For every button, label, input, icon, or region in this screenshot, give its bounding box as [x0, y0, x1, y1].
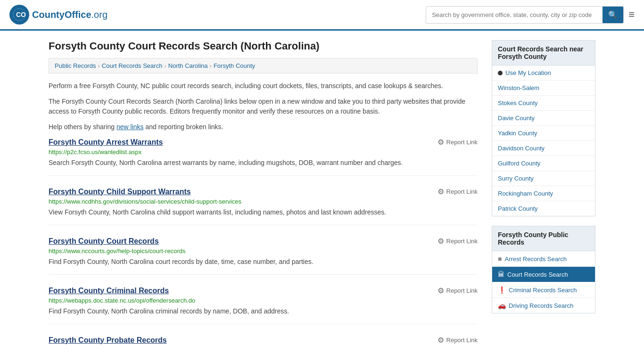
sidebar-public-records-link-2[interactable]: ❗ Criminal Records Search [492, 282, 595, 298]
logo-icon: CO [9, 5, 29, 25]
breadcrumb-sep-1: › [98, 62, 99, 69]
result-title-3[interactable]: Forsyth County Criminal Records [49, 287, 169, 295]
result-url-1[interactable]: https://www.ncdhhs.gov/divisions/social-… [49, 198, 478, 205]
report-link-2[interactable]: ⚙ Report Link [438, 237, 478, 246]
report-link-3[interactable]: ⚙ Report Link [438, 286, 478, 295]
result-title-1[interactable]: Forsyth County Child Support Warrants [49, 188, 191, 196]
report-icon-2: ⚙ [438, 237, 444, 246]
result-item: Forsyth County Court Records ⚙ Report Li… [49, 237, 478, 275]
svg-text:CO: CO [16, 11, 26, 18]
result-item: Forsyth County Child Support Warrants ⚙ … [49, 187, 478, 225]
sidebar-public-records-link-3[interactable]: 🚗 Driving Records Search [492, 298, 595, 313]
sidebar-public-records-link-1[interactable]: 🏛 Court Records Search [492, 267, 595, 282]
results-container: Forsyth County Arrest Warrants ⚙ Report … [49, 138, 478, 354]
new-links-link[interactable]: new links [116, 123, 144, 131]
location-dot-icon [498, 71, 503, 75]
search-button[interactable]: 🔍 [603, 7, 623, 23]
description-2: The Forsyth County Court Records Search … [49, 97, 478, 116]
sidebar-nearby-section: Court Records Search near Forsyth County… [492, 40, 595, 216]
result-url-3[interactable]: https://webapps.doc.state.nc.us/opi/offe… [49, 297, 478, 304]
sidebar-nearby-link-1[interactable]: Stokes County [492, 96, 595, 111]
report-link-0[interactable]: ⚙ Report Link [438, 138, 478, 147]
use-location-item[interactable]: Use My Location [492, 66, 595, 81]
page-title: Forsyth County Court Records Search (Nor… [49, 40, 478, 52]
result-header: Forsyth County Criminal Records ⚙ Report… [49, 286, 478, 295]
result-desc-1: View Forsyth County, North Carolina chil… [49, 207, 478, 217]
result-title-4[interactable]: Forsyth County Probate Records [49, 336, 167, 345]
sidebar-nearby-link-7[interactable]: Rockingham County [492, 186, 595, 201]
breadcrumb-north-carolina[interactable]: North Carolina [168, 62, 208, 69]
breadcrumb-sep-3: › [210, 62, 212, 69]
result-header: Forsyth County Probate Records ⚙ Report … [49, 336, 478, 345]
header-right: 🔍 ≡ [426, 6, 635, 24]
sidebar-nearby-links: Use My Location Winston-SalemStokes Coun… [492, 66, 595, 216]
logo-org: .org [91, 9, 107, 20]
sidebar-public-records-label-3: Driving Records Search [509, 302, 573, 309]
criminal-records-icon: ❗ [498, 286, 506, 294]
result-item: Forsyth County Criminal Records ⚙ Report… [49, 286, 478, 324]
sidebar-public-records-label-1: Court Records Search [507, 271, 568, 278]
result-header: Forsyth County Court Records ⚙ Report Li… [49, 237, 478, 246]
sidebar: Court Records Search near Forsyth County… [492, 40, 595, 362]
description-3: Help others by sharing new links and rep… [49, 122, 478, 132]
nearby-links-container: Winston-SalemStokes CountyDavie CountyYa… [492, 81, 595, 216]
result-url-2[interactable]: https://www.nccourts.gov/help-topics/cou… [49, 247, 478, 255]
breadcrumb-public-records[interactable]: Public Records [55, 62, 96, 69]
result-desc-2: Find Forsyth County, North Carolina cour… [49, 257, 478, 267]
menu-button[interactable]: ≡ [628, 9, 635, 20]
sidebar-nearby-link-8[interactable]: Patrick County [492, 201, 595, 216]
sidebar-nearby-header: Court Records Search near Forsyth County [492, 40, 595, 66]
site-header: CO CountyOffice.org 🔍 ≡ [0, 0, 644, 31]
sidebar-nearby-link-3[interactable]: Yadkin County [492, 126, 595, 141]
breadcrumb-forsyth-county[interactable]: Forsyth County [214, 62, 255, 69]
content-area: Forsyth County Court Records Search (Nor… [49, 40, 478, 362]
sidebar-public-records-section: Forsyth County Public Records ■ Arrest R… [492, 226, 595, 313]
report-icon-3: ⚙ [438, 286, 444, 295]
public-records-container: ■ Arrest Records Search 🏛 Court Records … [492, 251, 595, 313]
result-desc-3: Find Forsyth County, North Carolina crim… [49, 306, 478, 316]
sidebar-public-records-label-2: Criminal Records Search [509, 287, 577, 294]
arrest-records-icon: ■ [498, 255, 502, 263]
report-link-1[interactable]: ⚙ Report Link [438, 187, 478, 196]
result-item: Forsyth County Probate Records ⚙ Report … [49, 336, 478, 354]
sidebar-public-records-header: Forsyth County Public Records [492, 226, 595, 251]
report-icon-0: ⚙ [438, 138, 444, 147]
breadcrumb-sep-2: › [164, 62, 166, 69]
result-item: Forsyth County Arrest Warrants ⚙ Report … [49, 138, 478, 176]
breadcrumb-court-records-search[interactable]: Court Records Search [102, 62, 163, 69]
result-title-2[interactable]: Forsyth County Court Records [49, 237, 159, 246]
description-1: Perform a free Forsyth County, NC public… [49, 81, 478, 91]
court-records-icon: 🏛 [498, 271, 504, 278]
main-container: Forsyth County Court Records Search (Nor… [39, 31, 605, 362]
result-header: Forsyth County Child Support Warrants ⚙ … [49, 187, 478, 196]
logo-area: CO CountyOffice.org [9, 5, 107, 25]
result-header: Forsyth County Arrest Warrants ⚙ Report … [49, 138, 478, 147]
sidebar-nearby-link-5[interactable]: Guilford County [492, 156, 595, 171]
driving-records-icon: 🚗 [498, 302, 506, 309]
logo-text: CountyOffice.org [32, 9, 107, 20]
sidebar-public-records-link-0[interactable]: ■ Arrest Records Search [492, 251, 595, 267]
sidebar-nearby-link-4[interactable]: Davidson County [492, 141, 595, 156]
result-url-0[interactable]: https://p2c.fcso.us/wantedlist.aspx [49, 148, 478, 156]
result-desc-0: Search Forsyth County, North Carolina ar… [49, 158, 478, 168]
sidebar-nearby-link-2[interactable]: Davie County [492, 111, 595, 126]
sidebar-nearby-link-6[interactable]: Surry County [492, 171, 595, 186]
report-link-4[interactable]: ⚙ Report Link [438, 336, 478, 345]
breadcrumb: Public Records › Court Records Search › … [49, 58, 478, 74]
search-input[interactable] [426, 8, 603, 22]
result-title-0[interactable]: Forsyth County Arrest Warrants [49, 138, 163, 147]
sidebar-nearby-link-0[interactable]: Winston-Salem [492, 81, 595, 96]
search-bar: 🔍 [426, 6, 624, 24]
sidebar-public-records-label-0: Arrest Records Search [504, 255, 567, 263]
report-icon-4: ⚙ [438, 336, 444, 345]
report-icon-1: ⚙ [438, 187, 444, 196]
logo-name: CountyOffice [32, 9, 91, 20]
use-location-label: Use My Location [505, 69, 551, 76]
sidebar-public-records-links: ■ Arrest Records Search 🏛 Court Records … [492, 251, 595, 313]
